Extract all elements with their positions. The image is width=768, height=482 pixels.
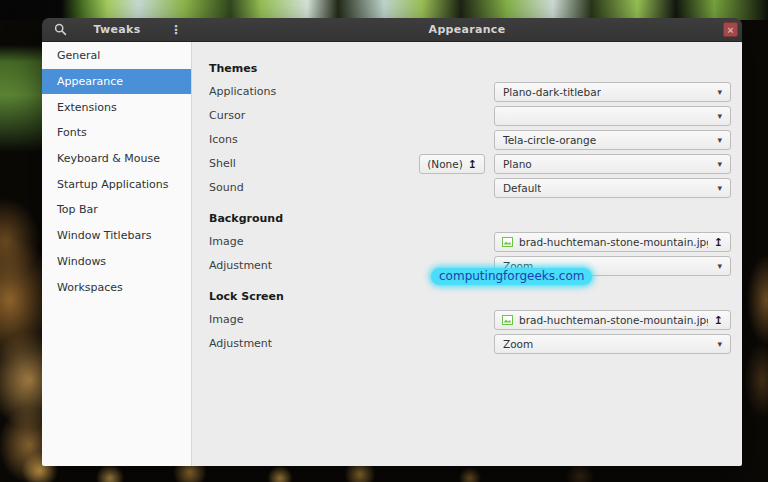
settings-row-background-image: Image brad-huchteman-stone-mountain.jpg … — [209, 232, 731, 256]
upload-icon: ↥ — [714, 315, 723, 326]
search-icon[interactable] — [54, 23, 68, 37]
image-icon — [502, 315, 513, 325]
image-icon — [502, 237, 513, 247]
row-label: Shell — [209, 154, 419, 174]
titlebar: Tweaks ⋮ Appearance × — [42, 18, 742, 42]
sidebar-item-windows[interactable]: Windows — [42, 249, 191, 275]
section-header-background: Background — [209, 212, 731, 226]
row-label: Icons — [209, 130, 494, 150]
shell-theme-select[interactable]: Plano ▾ — [494, 154, 731, 174]
row-label: Adjustment — [209, 334, 494, 354]
screen: Tweaks ⋮ Appearance × General Appearance… — [0, 0, 768, 482]
row-label: Applications — [209, 82, 494, 102]
settings-row-cursor: Cursor ▾ — [209, 106, 731, 130]
sidebar-item-workspaces[interactable]: Workspaces — [42, 274, 191, 300]
chevron-down-icon: ▾ — [717, 111, 722, 121]
upload-icon: ↥ — [714, 237, 723, 248]
icons-theme-select[interactable]: Tela-circle-orange ▾ — [494, 130, 731, 150]
cursor-theme-select[interactable]: ▾ — [494, 106, 731, 126]
appearance-panel: Themes Applications Plano-dark-titlebar … — [192, 42, 742, 466]
settings-row-sound: Sound Default ▾ — [209, 178, 731, 202]
settings-row-shell: Shell (None) ↥ Plano ▾ — [209, 154, 731, 178]
menu-dots-icon[interactable]: ⋮ — [170, 24, 182, 36]
row-label: Cursor — [209, 106, 494, 126]
watermark: computingforgeeks.com — [431, 268, 592, 285]
titlebar-right-pane: Appearance × — [192, 18, 742, 41]
applications-theme-select[interactable]: Plano-dark-titlebar ▾ — [494, 82, 731, 102]
shell-none-upload-button[interactable]: (None) ↥ — [419, 154, 485, 174]
row-label: Image — [209, 310, 494, 330]
page-title: Appearance — [192, 23, 742, 36]
window-body: General Appearance Extensions Fonts Keyb… — [42, 42, 742, 466]
section-header-themes: Themes — [209, 62, 731, 76]
chevron-down-icon: ▾ — [717, 339, 722, 349]
lockscreen-image-file-button[interactable]: brad-huchteman-stone-mountain.jpg ↥ — [494, 310, 731, 330]
chevron-down-icon: ▾ — [717, 159, 722, 169]
settings-row-lockscreen-image: Image brad-huchteman-stone-mountain.jpg … — [209, 310, 731, 334]
sidebar-item-general[interactable]: General — [42, 43, 191, 69]
settings-row-applications: Applications Plano-dark-titlebar ▾ — [209, 82, 731, 106]
sidebar-item-appearance[interactable]: Appearance — [42, 69, 191, 95]
close-button[interactable]: × — [723, 22, 738, 37]
sidebar: General Appearance Extensions Fonts Keyb… — [42, 42, 192, 466]
tweaks-window: Tweaks ⋮ Appearance × General Appearance… — [42, 18, 742, 466]
sidebar-item-keyboard-mouse[interactable]: Keyboard & Mouse — [42, 146, 191, 172]
sound-theme-select[interactable]: Default ▾ — [494, 178, 731, 198]
settings-row-lockscreen-adjustment: Adjustment Zoom ▾ — [209, 334, 731, 358]
none-button-label: (None) — [427, 158, 463, 170]
sidebar-item-fonts[interactable]: Fonts — [42, 120, 191, 146]
upload-icon: ↥ — [468, 159, 477, 170]
chevron-down-icon: ▾ — [717, 87, 722, 97]
sidebar-item-extensions[interactable]: Extensions — [42, 94, 191, 120]
settings-row-icons: Icons Tela-circle-orange ▾ — [209, 130, 731, 154]
sidebar-item-top-bar[interactable]: Top Bar — [42, 197, 191, 223]
section-header-lock-screen: Lock Screen — [209, 290, 731, 304]
filename: brad-huchteman-stone-mountain.jpg — [519, 236, 708, 248]
sidebar-item-startup-applications[interactable]: Startup Applications — [42, 171, 191, 197]
row-label: Image — [209, 232, 494, 252]
chevron-down-icon: ▾ — [717, 261, 722, 271]
chevron-down-icon: ▾ — [717, 183, 722, 193]
chevron-down-icon: ▾ — [717, 135, 722, 145]
titlebar-left-pane: Tweaks ⋮ — [42, 18, 192, 41]
sidebar-item-window-titlebars[interactable]: Window Titlebars — [42, 223, 191, 249]
filename: brad-huchteman-stone-mountain.jpg — [519, 314, 708, 326]
lockscreen-adjustment-select[interactable]: Zoom ▾ — [494, 334, 731, 354]
row-label: Sound — [209, 178, 494, 198]
background-image-file-button[interactable]: brad-huchteman-stone-mountain.jpg ↥ — [494, 232, 731, 252]
